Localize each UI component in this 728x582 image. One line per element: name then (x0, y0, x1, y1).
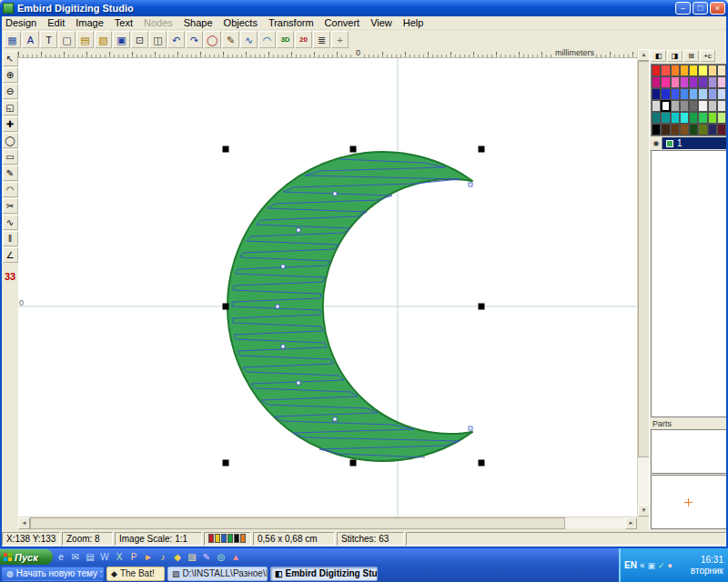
palette-swatch[interactable] (717, 100, 726, 112)
pan-tool[interactable]: ✚ (3, 116, 18, 132)
rectangle-tool[interactable]: ▭ (3, 149, 18, 165)
palette-swatch[interactable] (689, 100, 698, 112)
preview-panel[interactable] (651, 475, 727, 529)
palette-swatch[interactable] (661, 100, 670, 112)
ql-internet-explorer-icon[interactable]: e (54, 550, 68, 564)
palette-swatch[interactable] (717, 124, 726, 135)
redo-icon[interactable]: ↷ (186, 31, 203, 48)
ql-paint-icon[interactable]: ✎ (199, 550, 214, 564)
column-tool[interactable]: ‖ (3, 231, 18, 246)
palette-swatch[interactable] (652, 100, 661, 112)
insert-point-icon[interactable]: + (331, 31, 349, 48)
palette-swatch[interactable] (680, 65, 689, 76)
task-thebat[interactable]: ◆ The Bat! (106, 567, 165, 581)
freehand-icon[interactable]: ✎ (222, 31, 239, 48)
close-button[interactable]: × (710, 2, 725, 15)
palette-swatch[interactable] (708, 112, 717, 124)
open-image-icon[interactable]: ▧ (95, 31, 112, 48)
ql-word-icon[interactable]: W (97, 550, 112, 564)
palette-swatch[interactable] (680, 100, 689, 112)
zoom-in-tool[interactable]: ⊕ (3, 67, 18, 83)
visibility-eye-icon[interactable]: ◉ (651, 137, 662, 149)
palette-left-icon[interactable]: ◧ (651, 50, 666, 62)
open-design-icon[interactable]: ▤ (76, 31, 94, 48)
knife-tool[interactable]: ✂ (3, 198, 18, 214)
menu-view[interactable]: View (365, 16, 398, 29)
palette-swatch[interactable] (717, 76, 726, 88)
palette-swatch[interactable] (698, 124, 707, 135)
palette-swatch[interactable] (689, 88, 698, 100)
palette-swatch[interactable] (671, 100, 680, 112)
wave-icon[interactable]: ∿ (240, 31, 258, 48)
angle-tool[interactable]: ∠ (3, 247, 18, 263)
ql-thebat-icon[interactable]: ◆ (170, 550, 185, 564)
object-list[interactable] (651, 150, 727, 417)
palette-swatch[interactable] (698, 65, 707, 76)
vertical-scrollbar[interactable]: ▲ ▼ (637, 49, 649, 517)
maximize-button[interactable]: □ (693, 2, 708, 15)
palette-right-icon[interactable]: ◨ (667, 50, 682, 62)
menu-edit[interactable]: Edit (42, 16, 70, 29)
scroll-right-button[interactable]: ► (625, 517, 637, 529)
menu-image[interactable]: Image (70, 16, 109, 29)
palette-swatch[interactable] (708, 65, 717, 76)
palette-swatch[interactable] (671, 65, 680, 76)
pointer-tool[interactable]: ↖ (3, 51, 18, 66)
menu-design[interactable]: Design (0, 16, 42, 29)
language-indicator[interactable]: EN (624, 560, 637, 570)
palette-swatch[interactable] (698, 76, 707, 88)
ql-show-desktop-icon[interactable]: ▤ (83, 550, 97, 564)
start-button[interactable]: Пуск (0, 549, 53, 565)
palette-swatch[interactable] (689, 76, 698, 88)
tray-chevron[interactable]: « (640, 560, 645, 570)
wave-tool[interactable]: ∿ (3, 215, 18, 230)
mode-2d-button[interactable]: 20 (295, 31, 312, 48)
menu-shape[interactable]: Shape (178, 16, 218, 29)
copy-icon[interactable]: ◫ (149, 31, 167, 48)
task-explorer[interactable]: ▨ D:\INSTALL\Разное\Embird (167, 567, 268, 581)
new-design-icon[interactable]: ▢ (58, 31, 76, 48)
print-icon[interactable]: ⊡ (131, 31, 148, 48)
undo-icon[interactable]: ↶ (167, 31, 185, 48)
palette-swatch[interactable] (661, 124, 670, 135)
ql-powerpoint-icon[interactable]: P (126, 550, 141, 564)
ql-msn-icon[interactable]: ◎ (214, 550, 228, 564)
bezier-tool[interactable]: ◠ (3, 182, 18, 197)
palette-swatch[interactable] (680, 124, 689, 135)
palette-swatch[interactable] (652, 112, 661, 124)
palette-swatch[interactable] (671, 76, 680, 88)
palette-swatch[interactable] (708, 88, 717, 100)
palette-swatch[interactable] (661, 65, 670, 76)
arc-icon[interactable]: ◠ (258, 31, 276, 48)
palette-swatch[interactable] (652, 88, 661, 100)
palette-swatch[interactable] (689, 65, 698, 76)
palette-swatch[interactable] (717, 112, 726, 124)
palette-swatch[interactable] (689, 124, 698, 135)
palette-swatch[interactable] (708, 76, 717, 88)
menu-transform[interactable]: Transform (263, 16, 319, 29)
task-embird[interactable]: ◧ Embird Digitizing Stud... (270, 567, 378, 581)
palette-swatch[interactable] (661, 76, 670, 88)
ellipse-icon[interactable]: ◯ (204, 31, 221, 48)
object-list-row[interactable]: ◉ 1 (651, 137, 727, 149)
tray-volume-icon[interactable]: ● (668, 561, 672, 570)
zoom-out-tool[interactable]: ⊖ (3, 84, 18, 99)
design-canvas[interactable]: 0 (18, 58, 637, 517)
palette-swatch[interactable] (698, 88, 707, 100)
palette-swatch[interactable] (717, 88, 726, 100)
parts-list[interactable] (651, 429, 727, 474)
tray-display-icon[interactable]: ▣ (647, 561, 655, 570)
menu-text[interactable]: Text (109, 16, 138, 29)
horizontal-scroll-thumb[interactable] (30, 517, 565, 529)
minimize-button[interactable]: – (675, 2, 691, 15)
ql-excel-icon[interactable]: X (112, 550, 126, 564)
palette-swatch[interactable] (671, 88, 680, 100)
ql-acrobat-icon[interactable]: ▲ (228, 550, 243, 564)
horizontal-scrollbar[interactable]: ◄ ► (18, 517, 637, 528)
panel-layout-icon[interactable]: ▦ (4, 31, 21, 48)
ql-media-player-icon[interactable]: ► (141, 550, 156, 564)
ql-winamp-icon[interactable]: ♪ (156, 550, 170, 564)
palette-swatch[interactable] (671, 124, 680, 135)
stitch-list-icon[interactable]: ≣ (313, 31, 330, 48)
palette-swatch[interactable] (680, 76, 689, 88)
